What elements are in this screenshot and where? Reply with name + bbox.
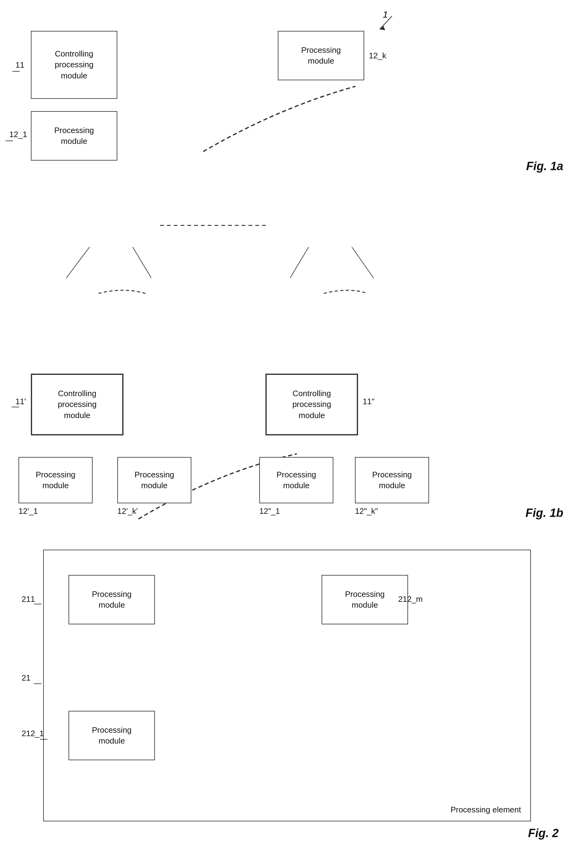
label-12k: 12_k <box>369 51 386 61</box>
fig2-title: Fig. 2 <box>528 827 559 840</box>
box-ctrl-11pp: Controllingprocessingmodule <box>265 373 358 435</box>
label-121pp: 12"_1 <box>259 506 280 516</box>
label-211: 211 <box>22 594 35 604</box>
fig1a-diagram: 1 Controllingprocessingmodule 11 — Proce… <box>0 0 588 179</box>
label-12kpp: 12"_k" <box>355 506 378 516</box>
processing-element-outer-box: Processingmodule Processingmodule Proces… <box>43 550 531 821</box>
box-proc-12k: Processingmodule <box>278 31 364 80</box>
fig2-diagram: Processingmodule Processingmodule Proces… <box>19 550 559 843</box>
label-121p: 12'_1 <box>19 506 38 516</box>
box-proc-212m: Processingmodule <box>321 575 408 624</box>
fig1b-title: Fig. 1b <box>526 506 563 520</box>
label-11pp: 11" <box>363 397 374 406</box>
box-proc-121p: Processingmodule <box>19 457 93 503</box>
label-212m: 212_m <box>398 594 423 604</box>
box-ctrl-11prime: Controllingprocessingmodule <box>31 373 124 435</box>
box-proc-12kp: Processingmodule <box>117 457 192 503</box>
arrow-11: — <box>12 66 20 75</box>
box-proc-12kpp: Processingmodule <box>355 457 429 503</box>
label-21: 21 <box>22 673 31 683</box>
box-proc-211: Processingmodule <box>69 575 155 624</box>
arrow-21: — <box>34 679 41 687</box>
box-proc-121: Processingmodule <box>31 111 117 161</box>
box-proc-121pp: Processingmodule <box>259 457 333 503</box>
fig1a-title: Fig. 1a <box>526 159 563 173</box>
arrow-121: — <box>6 136 13 145</box>
box-proc-2121: Processingmodule <box>69 711 155 760</box>
box-ctrl-11: Controllingprocessingmodule <box>31 31 117 99</box>
label-12kp: 12'_k' <box>117 506 138 516</box>
page: 1 Controllingprocessingmodule 11 — Proce… <box>0 0 588 868</box>
fig1b-diagram: Controllingprocessingmodule 11' — Contro… <box>0 179 588 365</box>
diagram-ref-1: 1 <box>383 9 388 20</box>
arrow-11prime: — <box>12 402 19 411</box>
arrow-2121: — <box>40 734 47 743</box>
processing-element-text: Processing element <box>451 805 521 815</box>
arrow-211: — <box>34 599 41 608</box>
